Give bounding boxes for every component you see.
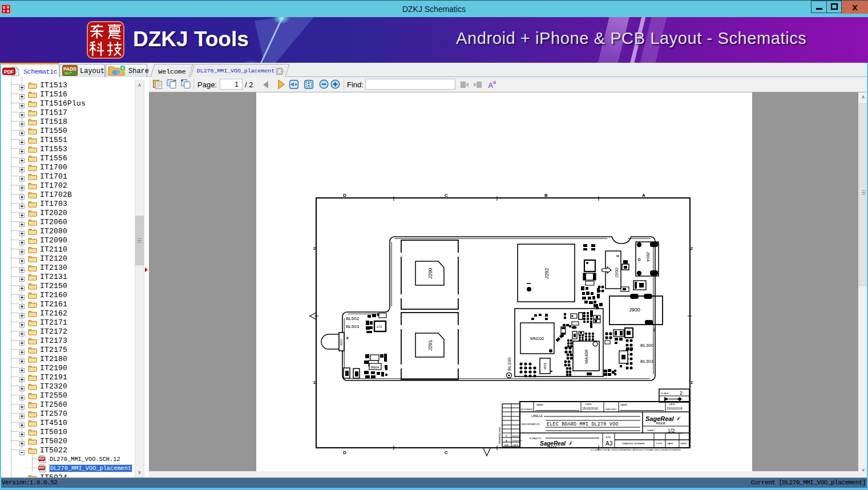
svg-text:MN100: MN100	[530, 336, 544, 341]
svg-text:MODIFIED: MODIFIED	[521, 408, 532, 411]
svg-text:J201: J201	[427, 339, 433, 351]
svg-text:VERS.: VERS.	[680, 442, 688, 445]
svg-text:DRAWING A3H: DRAWING A3H	[498, 427, 501, 444]
svg-text:PART: PART	[667, 442, 673, 445]
svg-text:ELEC BOARD MMI DL270 VOO: ELEC BOARD MMI DL270 VOO	[547, 422, 618, 427]
svg-text:C: C	[445, 450, 448, 455]
svg-text:PEER: PEER	[656, 422, 665, 425]
svg-text:PEER: PEER	[549, 446, 557, 448]
svg-text:1/2: 1/2	[668, 428, 675, 434]
svg-text:CHECKED: CHECKED	[605, 408, 616, 411]
svg-text:2: 2	[691, 246, 693, 251]
svg-text:BL502: BL502	[346, 316, 360, 321]
svg-text:VER: VER	[504, 444, 509, 447]
svg-text:R.FAB/P.N.: R.FAB/P.N.	[530, 437, 542, 440]
svg-text:NAME: NAME	[536, 403, 543, 406]
svg-text:15/03/2018: 15/03/2018	[667, 407, 683, 410]
svg-text:C70: C70	[377, 325, 382, 329]
svg-text:SIZE: SIZE	[605, 436, 611, 439]
svg-text:A: A	[506, 439, 507, 442]
svg-text:x: x	[852, 2, 858, 13]
svg-text:DENOMINATION: DENOMINATION	[521, 423, 539, 426]
svg-text:M300: M300	[543, 362, 547, 370]
svg-text:a: a	[493, 79, 496, 85]
svg-text:DOCUMENT XXX ALL RIGHTS RESERV: DOCUMENT XXX ALL RIGHTS RESERVED. REPROD…	[591, 449, 681, 451]
svg-text:BL301: BL301	[640, 359, 654, 364]
svg-text:J202: J202	[544, 268, 550, 279]
svg-text:SCALE: SCALE	[661, 392, 669, 395]
svg-text:DATE: DATE	[586, 403, 592, 406]
svg-text:A: A	[642, 193, 645, 198]
svg-text:15/03/2018: 15/03/2018	[582, 407, 598, 410]
svg-text:R804: R804	[371, 366, 380, 369]
svg-text:4/06/2018: 4/06/2018	[512, 435, 520, 438]
svg-text:BL100: BL100	[507, 357, 512, 371]
svg-text:NAME: NAME	[620, 403, 627, 406]
svg-text:C: C	[445, 193, 448, 198]
svg-text:D: D	[343, 193, 346, 198]
svg-text:D: D	[343, 450, 346, 455]
svg-text:DRAWING NUMBER: DRAWING NUMBER	[622, 442, 644, 445]
svg-text:SHEET: SHEET	[647, 429, 655, 432]
svg-text:1: 1	[653, 327, 656, 333]
svg-text:B: B	[506, 435, 507, 438]
svg-text:2: 2	[313, 246, 316, 251]
svg-text:BL503: BL503	[346, 324, 360, 329]
svg-text:SageReal: SageReal	[645, 415, 674, 422]
svg-text:+: +	[346, 335, 349, 341]
svg-text:PDF: PDF	[39, 457, 45, 460]
svg-text:B202: B202	[340, 339, 343, 346]
svg-text:PADS: PADS	[63, 66, 76, 72]
svg-text:DATE: DATE	[512, 444, 519, 447]
svg-text:1: 1	[313, 380, 316, 385]
svg-text:A3: A3	[605, 440, 613, 447]
svg-text:BL300: BL300	[640, 343, 654, 348]
svg-text:TYPE: TYPE	[656, 442, 662, 445]
svg-text:J900: J900	[629, 307, 640, 313]
svg-text:J904: J904	[645, 252, 651, 262]
svg-text:1: 1	[691, 380, 693, 385]
svg-text:PDF: PDF	[4, 69, 14, 75]
svg-text:2: 2	[680, 390, 683, 396]
svg-text:J100: J100	[614, 268, 619, 278]
svg-text:J200: J200	[427, 268, 433, 279]
svg-text:MA406: MA406	[584, 349, 589, 364]
svg-text:PDF: PDF	[39, 466, 45, 469]
svg-text:LIBELLE: LIBELLE	[531, 414, 543, 418]
svg-text:DATE: DATE	[669, 403, 675, 406]
svg-text:21/03/2018: 21/03/2018	[512, 440, 522, 442]
svg-text:B: B	[544, 193, 548, 198]
